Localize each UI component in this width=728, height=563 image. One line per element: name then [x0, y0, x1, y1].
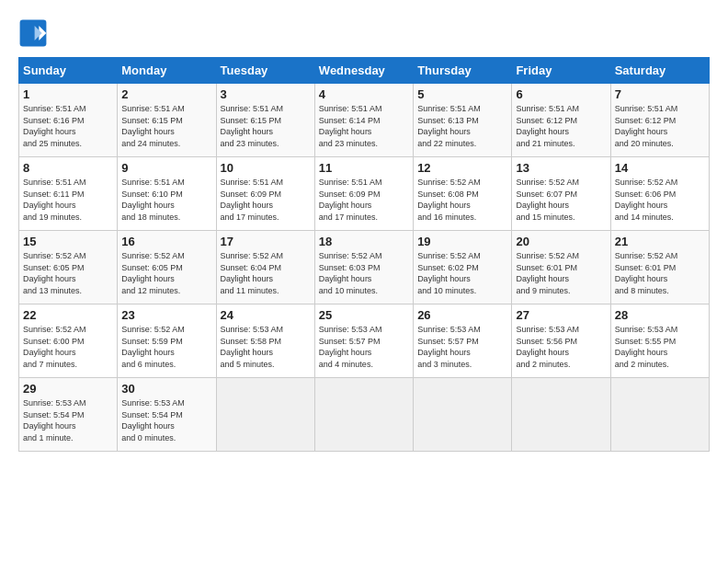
- day-info: Sunrise: 5:51 AM Sunset: 6:16 PM Dayligh…: [23, 103, 113, 149]
- calendar-week-3: 15 Sunrise: 5:52 AM Sunset: 6:05 PM Dayl…: [19, 231, 710, 304]
- day-info: Sunrise: 5:51 AM Sunset: 6:10 PM Dayligh…: [121, 177, 211, 223]
- day-number: 23: [121, 308, 211, 322]
- calendar-cell: 13 Sunrise: 5:52 AM Sunset: 6:07 PM Dayl…: [512, 157, 610, 231]
- weekday-header-tuesday: Tuesday: [216, 58, 314, 84]
- day-number: 16: [121, 235, 211, 248]
- calendar-cell: [610, 378, 709, 452]
- calendar-cell: [216, 378, 314, 452]
- day-info: Sunrise: 5:51 AM Sunset: 6:14 PM Dayligh…: [319, 103, 409, 149]
- calendar-week-2: 8 Sunrise: 5:51 AM Sunset: 6:11 PM Dayli…: [19, 157, 710, 231]
- day-info: Sunrise: 5:52 AM Sunset: 6:05 PM Dayligh…: [23, 250, 113, 296]
- day-info: Sunrise: 5:51 AM Sunset: 6:15 PM Dayligh…: [121, 103, 211, 149]
- calendar-cell: 27 Sunrise: 5:53 AM Sunset: 5:56 PM Dayl…: [512, 304, 610, 378]
- day-number: 9: [121, 161, 211, 175]
- day-info: Sunrise: 5:53 AM Sunset: 5:58 PM Dayligh…: [221, 324, 311, 370]
- calendar-cell: 29 Sunrise: 5:53 AM Sunset: 5:54 PM Dayl…: [19, 378, 118, 452]
- day-number: 13: [516, 161, 606, 175]
- day-number: 6: [516, 87, 606, 101]
- calendar-cell: 8 Sunrise: 5:51 AM Sunset: 6:11 PM Dayli…: [19, 157, 118, 231]
- calendar-cell: 26 Sunrise: 5:53 AM Sunset: 5:57 PM Dayl…: [414, 304, 512, 378]
- day-number: 2: [121, 87, 211, 101]
- day-info: Sunrise: 5:52 AM Sunset: 6:06 PM Dayligh…: [615, 177, 705, 223]
- day-info: Sunrise: 5:52 AM Sunset: 6:08 PM Dayligh…: [417, 177, 507, 223]
- calendar-cell: [414, 378, 512, 452]
- weekday-header-row: SundayMondayTuesdayWednesdayThursdayFrid…: [19, 58, 710, 84]
- weekday-header-saturday: Saturday: [610, 58, 709, 84]
- calendar-cell: 20 Sunrise: 5:52 AM Sunset: 6:01 PM Dayl…: [512, 231, 610, 304]
- calendar-table: SundayMondayTuesdayWednesdayThursdayFrid…: [18, 57, 710, 452]
- weekday-header-wednesday: Wednesday: [314, 58, 413, 84]
- day-info: Sunrise: 5:52 AM Sunset: 6:05 PM Dayligh…: [121, 250, 211, 296]
- day-info: Sunrise: 5:53 AM Sunset: 5:57 PM Dayligh…: [319, 324, 409, 370]
- day-info: Sunrise: 5:52 AM Sunset: 6:02 PM Dayligh…: [417, 250, 507, 296]
- day-number: 11: [319, 161, 409, 175]
- calendar-cell: 22 Sunrise: 5:52 AM Sunset: 6:00 PM Dayl…: [19, 304, 118, 378]
- day-info: Sunrise: 5:52 AM Sunset: 6:00 PM Dayligh…: [23, 324, 113, 370]
- day-info: Sunrise: 5:51 AM Sunset: 6:13 PM Dayligh…: [417, 103, 507, 149]
- weekday-header-sunday: Sunday: [19, 58, 118, 84]
- calendar-cell: 30 Sunrise: 5:53 AM Sunset: 5:54 PM Dayl…: [118, 378, 216, 452]
- calendar-week-1: 1 Sunrise: 5:51 AM Sunset: 6:16 PM Dayli…: [19, 84, 710, 157]
- day-number: 8: [23, 161, 113, 175]
- day-info: Sunrise: 5:52 AM Sunset: 6:01 PM Dayligh…: [516, 250, 606, 296]
- day-number: 4: [319, 87, 409, 101]
- calendar-cell: 6 Sunrise: 5:51 AM Sunset: 6:12 PM Dayli…: [512, 84, 610, 157]
- calendar-cell: 10 Sunrise: 5:51 AM Sunset: 6:09 PM Dayl…: [216, 157, 314, 231]
- day-number: 18: [319, 235, 409, 248]
- day-number: 7: [615, 87, 705, 101]
- day-number: 12: [417, 161, 507, 175]
- calendar-header: SundayMondayTuesdayWednesdayThursdayFrid…: [19, 58, 710, 84]
- day-info: Sunrise: 5:52 AM Sunset: 6:04 PM Dayligh…: [221, 250, 311, 296]
- day-info: Sunrise: 5:52 AM Sunset: 5:59 PM Dayligh…: [121, 324, 211, 370]
- day-number: 15: [23, 235, 113, 248]
- weekday-header-thursday: Thursday: [414, 58, 512, 84]
- calendar-cell: 5 Sunrise: 5:51 AM Sunset: 6:13 PM Dayli…: [414, 84, 512, 157]
- calendar-cell: [314, 378, 413, 452]
- day-number: 19: [417, 235, 507, 248]
- calendar-week-5: 29 Sunrise: 5:53 AM Sunset: 5:54 PM Dayl…: [19, 378, 710, 452]
- day-info: Sunrise: 5:53 AM Sunset: 5:55 PM Dayligh…: [615, 324, 705, 370]
- calendar-cell: 23 Sunrise: 5:52 AM Sunset: 5:59 PM Dayl…: [118, 304, 216, 378]
- logo-icon: [18, 18, 48, 48]
- weekday-header-friday: Friday: [512, 58, 610, 84]
- day-number: 21: [615, 235, 705, 248]
- day-number: 28: [615, 308, 705, 322]
- calendar-cell: 12 Sunrise: 5:52 AM Sunset: 6:08 PM Dayl…: [414, 157, 512, 231]
- day-info: Sunrise: 5:52 AM Sunset: 6:07 PM Dayligh…: [516, 177, 606, 223]
- calendar-cell: 7 Sunrise: 5:51 AM Sunset: 6:12 PM Dayli…: [610, 84, 709, 157]
- day-info: Sunrise: 5:52 AM Sunset: 6:03 PM Dayligh…: [319, 250, 409, 296]
- day-info: Sunrise: 5:53 AM Sunset: 5:54 PM Dayligh…: [23, 397, 113, 443]
- day-number: 20: [516, 235, 606, 248]
- day-info: Sunrise: 5:53 AM Sunset: 5:56 PM Dayligh…: [516, 324, 606, 370]
- calendar-cell: 14 Sunrise: 5:52 AM Sunset: 6:06 PM Dayl…: [610, 157, 709, 231]
- day-number: 10: [221, 161, 311, 175]
- calendar-cell: 11 Sunrise: 5:51 AM Sunset: 6:09 PM Dayl…: [314, 157, 413, 231]
- day-info: Sunrise: 5:51 AM Sunset: 6:15 PM Dayligh…: [221, 103, 311, 149]
- calendar-cell: 24 Sunrise: 5:53 AM Sunset: 5:58 PM Dayl…: [216, 304, 314, 378]
- weekday-header-monday: Monday: [118, 58, 216, 84]
- day-info: Sunrise: 5:53 AM Sunset: 5:57 PM Dayligh…: [417, 324, 507, 370]
- day-info: Sunrise: 5:51 AM Sunset: 6:09 PM Dayligh…: [221, 177, 311, 223]
- day-number: 1: [23, 87, 113, 101]
- calendar-cell: 4 Sunrise: 5:51 AM Sunset: 6:14 PM Dayli…: [314, 84, 413, 157]
- calendar-week-4: 22 Sunrise: 5:52 AM Sunset: 6:00 PM Dayl…: [19, 304, 710, 378]
- day-number: 26: [417, 308, 507, 322]
- day-number: 5: [417, 87, 507, 101]
- header: [18, 18, 710, 48]
- calendar-cell: 19 Sunrise: 5:52 AM Sunset: 6:02 PM Dayl…: [414, 231, 512, 304]
- calendar-cell: 1 Sunrise: 5:51 AM Sunset: 6:16 PM Dayli…: [19, 84, 118, 157]
- calendar-cell: 18 Sunrise: 5:52 AM Sunset: 6:03 PM Dayl…: [314, 231, 413, 304]
- day-info: Sunrise: 5:51 AM Sunset: 6:12 PM Dayligh…: [516, 103, 606, 149]
- logo: [18, 18, 51, 48]
- day-number: 17: [221, 235, 311, 248]
- calendar-cell: 17 Sunrise: 5:52 AM Sunset: 6:04 PM Dayl…: [216, 231, 314, 304]
- day-info: Sunrise: 5:51 AM Sunset: 6:12 PM Dayligh…: [615, 103, 705, 149]
- calendar-cell: 9 Sunrise: 5:51 AM Sunset: 6:10 PM Dayli…: [118, 157, 216, 231]
- calendar-cell: 3 Sunrise: 5:51 AM Sunset: 6:15 PM Dayli…: [216, 84, 314, 157]
- day-number: 27: [516, 308, 606, 322]
- calendar-cell: 2 Sunrise: 5:51 AM Sunset: 6:15 PM Dayli…: [118, 84, 216, 157]
- day-number: 24: [221, 308, 311, 322]
- day-info: Sunrise: 5:51 AM Sunset: 6:09 PM Dayligh…: [319, 177, 409, 223]
- day-number: 3: [221, 87, 311, 101]
- calendar-cell: 28 Sunrise: 5:53 AM Sunset: 5:55 PM Dayl…: [610, 304, 709, 378]
